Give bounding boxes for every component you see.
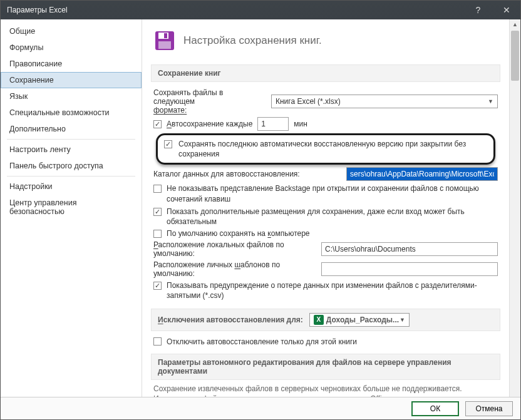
- dialog-footer: ОК Отмена: [1, 397, 520, 419]
- window-title: Параметры Excel: [7, 6, 464, 14]
- keep-last-checkbox[interactable]: [164, 140, 172, 148]
- no-backstage-label: Не показывать представление Backstage пр…: [167, 183, 498, 203]
- default-computer-checkbox[interactable]: [153, 230, 162, 238]
- default-computer-label: По умолчанию сохранять на компьютере: [167, 229, 310, 238]
- row-csv-warning: Показывать предупреждение о потере данны…: [153, 280, 498, 300]
- sidebar-item-general[interactable]: Общие: [1, 23, 142, 39]
- excel-options-window: Параметры Excel ? ✕ Общие Формулы Правоп…: [0, 0, 521, 420]
- sidebar-separator: [7, 139, 135, 140]
- autosave-checkbox[interactable]: [153, 120, 162, 128]
- titlebar: Параметры Excel ? ✕: [1, 1, 520, 19]
- scrollbar-thumb[interactable]: [511, 31, 519, 81]
- chevron-down-icon: ▼: [400, 317, 405, 323]
- format-label-1: Сохранять файлы в следующем: [153, 88, 223, 106]
- section-save-workbooks: Сохранение книг: [151, 64, 500, 82]
- sidebar-item-addins[interactable]: Надстройки: [1, 178, 142, 195]
- chevron-down-icon: ▼: [488, 98, 493, 105]
- local-location-input[interactable]: [321, 242, 498, 256]
- sidebar-item-trust-center[interactable]: Центр управления безопасностью: [1, 195, 142, 220]
- row-autosave: Автосохранение каждые мин: [153, 117, 498, 131]
- content-pane: Настройка сохранения книг. Сохранение кн…: [142, 19, 509, 397]
- content-wrap: Настройка сохранения книг. Сохранение кн…: [142, 19, 520, 397]
- svg-rect-3: [158, 41, 171, 49]
- row-local-location: Расположение локальных файлов по умолчан…: [153, 240, 498, 258]
- show-additional-label: Показать дополнительные размещения для с…: [167, 207, 498, 227]
- row-show-additional: Показать дополнительные размещения для с…: [153, 207, 498, 227]
- templates-location-label: Расположение личных шаблонов по умолчани…: [153, 260, 316, 278]
- workbook-combo[interactable]: X Доходы_Расходы... ▼: [309, 313, 410, 327]
- vertical-scrollbar[interactable]: ▲: [509, 19, 520, 397]
- dialog-body: Общие Формулы Правописание Сохранение Яз…: [1, 19, 520, 419]
- file-format-combo[interactable]: Книга Excel (*.xlsx) ▼: [271, 95, 498, 108]
- show-additional-checkbox[interactable]: [153, 208, 162, 216]
- row-templates-location: Расположение личных шаблонов по умолчани…: [153, 260, 498, 278]
- row-no-backstage: Не показывать представление Backstage пр…: [153, 183, 498, 203]
- close-button[interactable]: ✕: [492, 1, 520, 19]
- pane-header: Настройка сохранения книг.: [151, 24, 500, 61]
- section-body: Отключить автовосстановление только для …: [151, 331, 500, 350]
- disable-recovery-checkbox[interactable]: [153, 337, 162, 346]
- sidebar-separator: [7, 176, 135, 177]
- sidebar-item-accessibility[interactable]: Специальные возможности: [1, 105, 142, 121]
- sidebar-item-quick-access[interactable]: Панель быстрого доступа: [1, 158, 142, 174]
- autosave-label: Автосохранение каждые: [167, 120, 252, 128]
- autorecovery-dir-label: Каталог данных для автовосстановления:: [153, 170, 341, 178]
- sidebar: Общие Формулы Правописание Сохранение Яз…: [1, 19, 142, 397]
- file-format-value: Книга Excel (*.xlsx): [276, 97, 341, 106]
- sidebar-item-customize-ribbon[interactable]: Настроить ленту: [1, 141, 142, 158]
- offline-info-text: Сохранение извлеченных файлов в серверны…: [153, 384, 498, 397]
- autosave-unit: мин: [294, 120, 307, 128]
- section-body: Сохранение извлеченных файлов в серверны…: [151, 380, 500, 397]
- main-area: Общие Формулы Правописание Сохранение Яз…: [1, 19, 520, 397]
- pane-title: Настройка сохранения книг.: [183, 34, 322, 47]
- sidebar-item-advanced[interactable]: Дополнительно: [1, 121, 142, 137]
- csv-warning-checkbox[interactable]: [153, 282, 162, 290]
- csv-warning-label: Показывать предупреждение о потере данны…: [167, 280, 498, 300]
- section-autorecovery-exceptions: Исключения автовосстановления для: X Дох…: [151, 309, 500, 331]
- no-backstage-checkbox[interactable]: [153, 185, 162, 193]
- sidebar-item-proofing[interactable]: Правописание: [1, 56, 142, 72]
- help-button[interactable]: ?: [464, 1, 492, 19]
- row-disable-recovery: Отключить автовосстановление только для …: [153, 337, 498, 346]
- row-autorecovery-dir: Каталог данных для автовосстановления:: [153, 167, 498, 181]
- autorecovery-dir-input[interactable]: [346, 167, 498, 181]
- row-default-computer: По умолчанию сохранять на компьютере: [153, 229, 498, 238]
- local-location-label: Расположение локальных файлов по умолчан…: [153, 240, 316, 258]
- sidebar-item-language[interactable]: Язык: [1, 88, 142, 105]
- cancel-button[interactable]: Отмена: [465, 401, 513, 416]
- workbook-name: Доходы_Расходы...: [326, 315, 399, 324]
- save-icon: [153, 29, 176, 52]
- autosave-interval-input[interactable]: [257, 117, 289, 131]
- row-file-format: Сохранять файлы в следующем формате: Кни…: [153, 88, 498, 115]
- keep-last-version-callout: Сохранять последнюю автоматически восста…: [156, 133, 495, 165]
- format-label-2: формате:: [153, 106, 187, 115]
- sidebar-item-formulas[interactable]: Формулы: [1, 39, 142, 56]
- sidebar-item-save[interactable]: Сохранение: [1, 72, 142, 88]
- templates-location-input[interactable]: [321, 262, 498, 276]
- excel-file-icon: X: [314, 315, 324, 325]
- keep-last-label: Сохранять последнюю автоматически восста…: [178, 139, 487, 159]
- section-body: Сохранять файлы в следующем формате: Кни…: [151, 82, 500, 305]
- svg-rect-2: [164, 33, 167, 38]
- section-offline-editing: Параметры автономного редактирования для…: [151, 354, 500, 380]
- ok-button[interactable]: ОК: [411, 401, 459, 416]
- scroll-up-arrow-icon[interactable]: ▲: [510, 19, 520, 29]
